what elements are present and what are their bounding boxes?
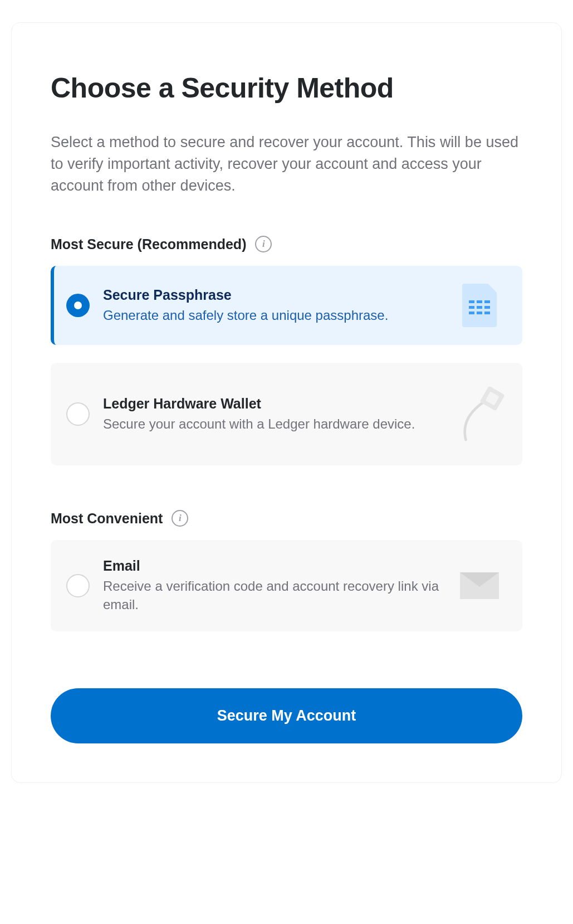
svg-rect-6 bbox=[469, 312, 474, 314]
radio-ledger[interactable] bbox=[66, 402, 90, 426]
svg-rect-1 bbox=[477, 300, 482, 303]
option-email-desc: Receive a verification code and account … bbox=[103, 577, 441, 614]
option-ledger-desc: Secure your account with a Ledger hardwa… bbox=[103, 415, 442, 433]
option-email-text: Email Receive a verification code and ac… bbox=[103, 558, 441, 614]
radio-passphrase[interactable] bbox=[66, 294, 90, 317]
section-label-convenient-text: Most Convenient bbox=[51, 510, 163, 527]
ledger-device-icon bbox=[456, 381, 522, 448]
email-envelope-icon bbox=[454, 572, 505, 599]
option-email-title: Email bbox=[103, 558, 441, 574]
section-label-secure-text: Most Secure (Recommended) bbox=[51, 236, 246, 252]
section-label-secure: Most Secure (Recommended) i bbox=[51, 236, 522, 252]
option-ledger-text: Ledger Hardware Wallet Secure your accou… bbox=[103, 396, 442, 433]
option-ledger[interactable]: Ledger Hardware Wallet Secure your accou… bbox=[51, 363, 522, 465]
option-email[interactable]: Email Receive a verification code and ac… bbox=[51, 540, 522, 631]
info-icon[interactable]: i bbox=[172, 510, 188, 527]
svg-rect-7 bbox=[477, 312, 482, 314]
section-label-convenient: Most Convenient i bbox=[51, 510, 522, 527]
svg-rect-2 bbox=[484, 300, 490, 303]
svg-rect-5 bbox=[484, 306, 490, 309]
page-title: Choose a Security Method bbox=[51, 73, 522, 104]
svg-rect-0 bbox=[469, 300, 474, 303]
svg-rect-4 bbox=[477, 306, 482, 309]
option-passphrase[interactable]: Secure Passphrase Generate and safely st… bbox=[51, 266, 522, 345]
passphrase-sheet-icon bbox=[454, 284, 505, 327]
option-passphrase-desc: Generate and safely store a unique passp… bbox=[103, 307, 441, 324]
svg-rect-8 bbox=[484, 312, 490, 314]
option-ledger-title: Ledger Hardware Wallet bbox=[103, 396, 442, 412]
option-passphrase-text: Secure Passphrase Generate and safely st… bbox=[103, 287, 441, 324]
svg-rect-3 bbox=[469, 306, 474, 309]
info-icon[interactable]: i bbox=[255, 236, 272, 252]
security-method-card: Choose a Security Method Select a method… bbox=[11, 22, 562, 783]
radio-email[interactable] bbox=[66, 574, 90, 597]
option-passphrase-title: Secure Passphrase bbox=[103, 287, 441, 303]
page-description: Select a method to secure and recover yo… bbox=[51, 132, 522, 197]
secure-my-account-button[interactable]: Secure My Account bbox=[51, 688, 522, 743]
